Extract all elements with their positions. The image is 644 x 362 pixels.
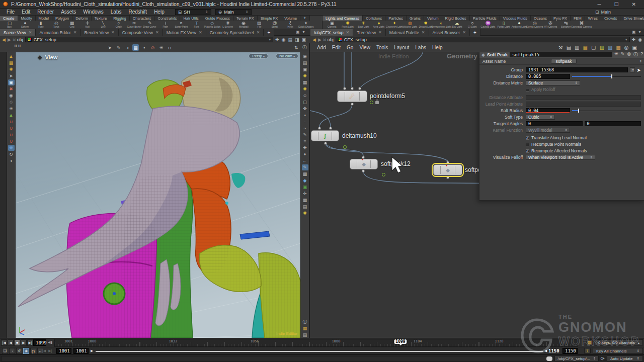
info-icon[interactable]: ⓘ [633, 52, 638, 58]
net-menu-add[interactable]: Add [314, 45, 329, 50]
shelf-tab-volume[interactable]: Volume [281, 16, 300, 21]
range-slider-left-handle[interactable]: ▶ [91, 349, 93, 353]
shelf-tool-portal-light[interactable]: ▯Portal Light [496, 21, 511, 29]
network-canvas[interactable]: Indie Edition Geometry [310, 52, 644, 338]
shelf-tool-path[interactable]: ≀Path [158, 21, 173, 29]
tangent-angle-2-field[interactable]: 0 [585, 121, 641, 126]
menu-help[interactable]: Help [150, 9, 168, 15]
node-name-field[interactable]: softpeak15 [510, 52, 612, 57]
menu-windows[interactable]: Windows [79, 9, 107, 15]
lead-point-attribute-field[interactable] [526, 102, 641, 107]
node-softpeak15[interactable]: ◆● [433, 164, 462, 175]
distance-attribute-field[interactable] [526, 95, 641, 100]
pane-tab-scene-view[interactable]: Scene View✕ [0, 29, 36, 36]
select-objects-icon[interactable]: ▲ [8, 53, 15, 59]
menu-redshift[interactable]: Redshift [125, 9, 150, 15]
shelf-tool-font[interactable]: TFont [189, 21, 204, 29]
recook-icon[interactable]: ⟳ [601, 356, 605, 361]
snapshot-icon[interactable]: ▤ [302, 332, 308, 338]
magnifier-icon[interactable]: ◎ [627, 52, 631, 58]
shelf-tool-area-light[interactable]: ♦Area Light [371, 21, 386, 29]
character-icon[interactable]: ☺ [8, 99, 15, 105]
shelf-tab-rigging[interactable]: Rigging [110, 16, 129, 21]
bulb2-icon[interactable]: ✺ [302, 210, 308, 216]
soft-radius-slider[interactable] [572, 108, 641, 113]
asset-name-value[interactable]: softpeak [551, 59, 576, 64]
net-menu-labs[interactable]: Labs [412, 45, 429, 50]
forward-arrow-icon[interactable]: ▶ [8, 37, 11, 42]
nocam-button[interactable]: No cam▾ [276, 53, 298, 59]
go-end-button[interactable]: ▶| [27, 339, 33, 346]
stop-button[interactable]: ■ [14, 339, 20, 346]
disable-icon[interactable]: ⊘ [149, 44, 156, 51]
greenbox-icon[interactable]: ▣ [302, 184, 308, 190]
prev-frame-button[interactable]: ◀ [8, 339, 14, 346]
gear-star-icon[interactable]: ✳ [614, 52, 618, 58]
range-end-field[interactable]: 1150 [562, 348, 578, 354]
snap-magnet-3-icon[interactable]: ∪ [8, 132, 15, 138]
select-parts-icon[interactable]: ▦ [8, 60, 15, 66]
shelf-tab-model[interactable]: Model [36, 16, 52, 21]
edit-yellow-icon[interactable]: ▨ [599, 45, 604, 50]
secure-selection-icon[interactable]: ▣ [8, 79, 15, 85]
keys-color-icon[interactable]: ▦ [586, 339, 593, 345]
shelf-tool-stereo-camera[interactable]: ◎Stereo Camera [527, 21, 542, 29]
scene-selector[interactable]: ⊕ Main ⇕ [215, 9, 252, 15]
pane-menu-icon[interactable]: ▾ [303, 30, 305, 34]
pin-icon[interactable]: ✚ [632, 37, 636, 42]
frame-tool-icon[interactable]: ◘ [167, 44, 173, 51]
shelf-tool-spot-light[interactable]: ☀Spot Light [356, 21, 371, 29]
menu-render[interactable]: Render [34, 9, 57, 15]
recompute-point-normals-checkbox[interactable] [526, 143, 529, 146]
shelf-tool-null[interactable]: ✛Null [80, 21, 95, 29]
forward-arrow-icon[interactable]: ▶ [318, 37, 321, 42]
group-field[interactable]: 1931 15368 [526, 67, 628, 72]
shelf-tool-torus[interactable]: ◎Torus [49, 21, 64, 29]
keys-status-dropdown[interactable]: 0 keys, 0/0 channels▴ [595, 339, 643, 345]
shelf-tab-vellum[interactable]: Vellum [424, 16, 442, 21]
substep-back-icon[interactable]: ◀▮ [48, 340, 52, 344]
pin-icon[interactable]: ✚ [275, 37, 279, 42]
path-tool-icon[interactable]: ➔ [124, 44, 130, 51]
hand-icon[interactable]: ◖ [8, 158, 15, 164]
tick-marks-icon[interactable]: {'} [30, 348, 36, 354]
shelf-tool-spiral[interactable]: @Spiral [267, 21, 282, 29]
node-label[interactable]: deltamush10 [342, 132, 377, 139]
layout-grid-icon[interactable]: ▢ [591, 45, 596, 50]
shelf-tool-vr-camera[interactable]: ✇VR Camera [543, 21, 558, 29]
shelf-tab-grains[interactable]: Grains [407, 16, 424, 21]
pane-handle-icon[interactable]: ⠿⠿ [14, 45, 22, 51]
curve-display-icon[interactable]: ~ [302, 125, 308, 131]
select-arrow-icon[interactable]: ➤ [8, 73, 15, 79]
net-menu-layout[interactable]: Layout [391, 45, 412, 50]
character-display-icon[interactable]: ☺ [302, 93, 308, 99]
tree-list-icon[interactable]: ▤ [567, 45, 571, 50]
shelf-tool-point-light[interactable]: ✺Point Light [340, 21, 355, 29]
shelf-tool-environment-light[interactable]: ◐Environment Light [434, 21, 449, 29]
pane-maximize-icon[interactable]: ▣ [632, 30, 636, 34]
range-slider-right-handle[interactable]: ◀ [544, 349, 547, 353]
color-grid-icon[interactable]: ▦ [302, 325, 308, 331]
sync-icon[interactable]: ◉ [638, 37, 642, 42]
net-menu-view[interactable]: View [356, 45, 373, 50]
sync-icon[interactable]: ◉ [282, 37, 286, 42]
key-all-channels-dropdown[interactable]: Key All Channels⇕ [593, 348, 643, 354]
tools-hammer-icon[interactable]: ⚒ [558, 45, 563, 50]
net-menu-tools[interactable]: Tools [373, 45, 391, 50]
node-deltamush10[interactable]: ∫ [311, 130, 339, 141]
lock-icon[interactable] [375, 101, 379, 104]
shelf-tool-platonic-solids[interactable]: ◇Platonic Solids [205, 21, 220, 29]
menu-file[interactable]: File [3, 9, 18, 15]
pane-maximize-icon[interactable]: ▣ [296, 30, 300, 34]
current-frame-marker[interactable]: 1099 [394, 339, 407, 344]
axis-triad-icon[interactable]: ▲ [8, 112, 15, 118]
shelf-tab-viscous-fluids[interactable]: Viscous Fluids [500, 16, 531, 21]
breadcrumb-root[interactable]: ⌸ obj [13, 37, 23, 42]
star-display-icon[interactable]: ✦ [302, 151, 308, 157]
pane-menu-icon[interactable]: ▾ [639, 30, 641, 34]
shelf-tool-sphere[interactable]: ●Sphere [18, 21, 33, 29]
distance-metric-dropdown[interactable]: Surface⇕ [526, 80, 580, 85]
image-plane-icon[interactable]: ▤ [302, 204, 308, 210]
ruler-icon[interactable]: ⌐ [302, 158, 308, 164]
axis-icon[interactable]: ✛ [302, 191, 308, 197]
